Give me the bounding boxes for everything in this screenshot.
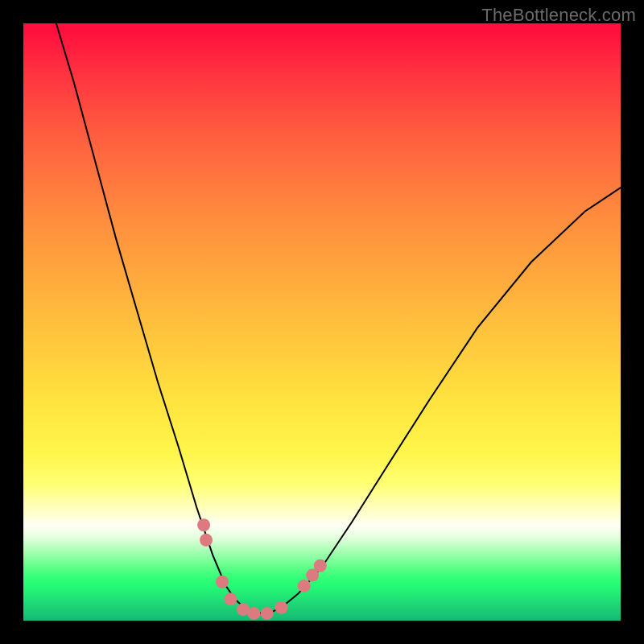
data-marker xyxy=(200,534,213,547)
data-marker xyxy=(314,559,327,572)
data-marker xyxy=(216,576,229,588)
data-marker xyxy=(261,607,274,620)
curve-layer xyxy=(56,23,621,613)
data-marker xyxy=(275,601,288,614)
data-marker xyxy=(298,580,311,592)
chart-frame: TheBottleneck.com xyxy=(0,0,644,644)
chart-svg xyxy=(23,23,621,621)
watermark-text: TheBottleneck.com xyxy=(481,5,636,26)
data-marker xyxy=(247,607,260,620)
left-curve xyxy=(56,23,263,613)
data-marker xyxy=(224,592,237,605)
data-marker xyxy=(197,518,210,531)
marker-layer xyxy=(197,518,327,620)
right-curve xyxy=(263,188,621,613)
plot-area xyxy=(23,23,621,621)
